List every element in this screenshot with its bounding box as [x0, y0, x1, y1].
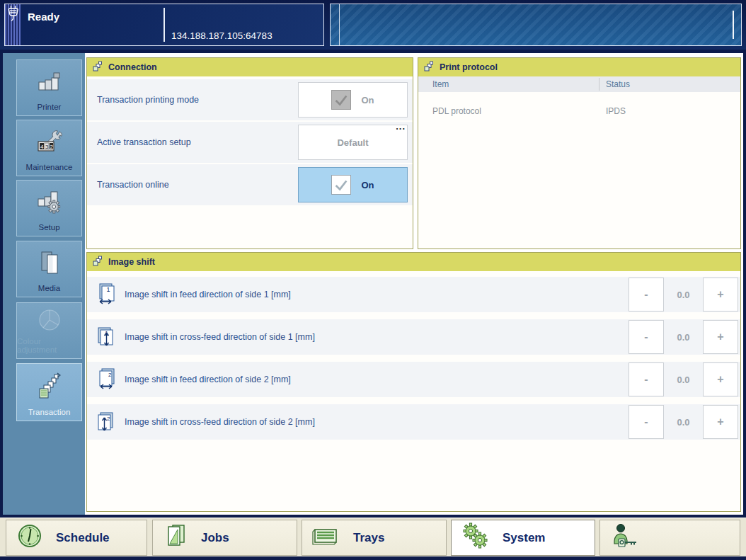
decrease-button[interactable]: -: [629, 405, 664, 439]
protocol-item: PDL protocol: [432, 106, 481, 116]
printer-icon: [17, 60, 81, 103]
sidebar-item-colour-adjustment: Colour adjustment: [16, 302, 82, 359]
sidebar-item-label: Transaction: [28, 408, 71, 416]
image-shift-panel: Image shift 1 Image shift in feed direct…: [86, 252, 741, 512]
transaction-icon: [17, 364, 81, 408]
feed-direction-side1-icon: 1: [97, 282, 116, 307]
settings-sidebar: Printer 4 3 2 Maintenance: [3, 53, 85, 515]
table-row: PDL protocol IPDS: [418, 92, 740, 123]
clock-icon: [16, 522, 43, 553]
increase-button[interactable]: +: [703, 405, 738, 439]
sidebar-item-media[interactable]: Media: [16, 241, 82, 297]
tab-label: Schedule: [56, 531, 110, 545]
print-protocol-panel-header: Print protocol: [418, 58, 740, 76]
tab-label: Jobs: [201, 531, 229, 545]
column-header-item: Item: [432, 79, 449, 89]
increase-button[interactable]: +: [703, 362, 738, 396]
more-options-icon: ...: [396, 121, 406, 132]
tab-label: Trays: [353, 531, 384, 545]
setting-label: Transaction printing mode: [97, 95, 199, 105]
image-shift-row-feed-side1: 1 Image shift in feed direction of side …: [87, 277, 740, 312]
image-shift-rows: 1 Image shift in feed direction of side …: [87, 271, 740, 440]
image-shift-value: 0.0: [664, 290, 703, 300]
power-plug-icon: [6, 4, 20, 45]
svg-text:2: 2: [50, 144, 53, 150]
gears-icon: [461, 522, 490, 554]
setting-row-active-transaction-setup: Active transaction setup ... Default: [87, 122, 413, 163]
panel-group-icon: [93, 256, 103, 268]
tray-icon: [312, 524, 340, 552]
media-sheets-icon: [17, 241, 81, 284]
tab-schedule[interactable]: Schedule: [6, 520, 147, 556]
increase-button[interactable]: +: [703, 320, 738, 354]
image-shift-label: Image shift in cross-feed direction of s…: [125, 332, 315, 342]
decrease-button[interactable]: -: [629, 320, 664, 354]
image-shift-label: Image shift in feed direction of side 2 …: [125, 375, 291, 384]
cross-feed-direction-side1-icon: 1: [97, 324, 116, 350]
tab-label: System: [503, 531, 545, 545]
connection-panel-header: Connection: [87, 58, 413, 76]
panel-group-icon: [424, 61, 435, 74]
status-stripe-band: [5, 4, 21, 45]
printer-address: 134.188.187.105:64783: [171, 30, 272, 41]
svg-text:2: 2: [108, 372, 112, 378]
image-shift-row-crossfeed-side1: 1 Image shift in cross-feed direction of…: [87, 319, 740, 355]
sidebar-item-label: Colour adjustment: [17, 337, 81, 354]
sidebar-item-printer[interactable]: Printer: [16, 59, 82, 116]
transaction-online-toggle[interactable]: On: [298, 167, 408, 202]
sidebar-item-label: Maintenance: [26, 163, 73, 171]
increase-button[interactable]: +: [703, 278, 738, 312]
tab-trays[interactable]: Trays: [302, 520, 447, 556]
message-area-box: [330, 4, 742, 46]
column-divider: [599, 78, 599, 91]
toggle-value: On: [361, 180, 374, 190]
svg-text:1: 1: [107, 286, 110, 293]
status-divider: [163, 8, 165, 42]
operator-key-icon: [610, 522, 641, 554]
active-transaction-setup-button[interactable]: ... Default: [298, 125, 408, 160]
sidebar-item-setup[interactable]: Setup: [16, 180, 82, 236]
main-content: Connection Transaction printing mode On …: [85, 53, 743, 515]
image-shift-value: 0.0: [664, 332, 703, 343]
printer-status-box: Ready 134.188.187.105:64783: [4, 4, 324, 46]
image-shift-value: 0.0: [664, 417, 703, 428]
svg-text:3: 3: [45, 144, 49, 150]
bottom-tab-bar: Schedule Jobs Trays: [0, 518, 746, 556]
setting-label: Active transaction setup: [97, 137, 191, 147]
image-shift-row-crossfeed-side2: 2 Image shift in cross-feed direction of…: [87, 404, 740, 440]
message-area-separator: [339, 4, 340, 45]
image-shift-label: Image shift in cross-feed direction of s…: [125, 417, 315, 427]
protocol-table-header: Item Status: [418, 76, 740, 92]
sidebar-item-transaction[interactable]: Transaction: [16, 363, 82, 421]
setting-row-transaction-printing-mode: Transaction printing mode On: [87, 79, 413, 120]
colour-wheel-icon: [17, 303, 81, 337]
svg-text:2: 2: [107, 416, 110, 422]
print-protocol-panel: Print protocol Item Status PDL protocol …: [418, 57, 741, 249]
printer-status-text: Ready: [28, 11, 59, 23]
decrease-button[interactable]: -: [629, 278, 664, 312]
tab-jobs[interactable]: Jobs: [152, 520, 297, 556]
tab-operator-login[interactable]: [599, 520, 740, 556]
decrease-button[interactable]: -: [629, 362, 664, 396]
toggle-value: On: [361, 95, 374, 105]
panel-group-icon: [93, 61, 103, 74]
sidebar-item-maintenance[interactable]: 4 3 2 Maintenance: [16, 120, 82, 176]
image-shift-row-feed-side2: 2 Image shift in feed direction of side …: [87, 362, 740, 397]
feed-direction-side2-icon: 2: [97, 367, 116, 392]
protocol-status: IPDS: [606, 106, 626, 116]
setting-label: Transaction online: [97, 180, 169, 190]
top-status-bar: Ready 134.188.187.105:64783: [0, 0, 746, 50]
transaction-printing-mode-toggle: On: [298, 82, 408, 118]
boxes-gear-icon: [17, 181, 81, 223]
checkbox-checked-disabled-icon: [331, 90, 351, 110]
message-area-cursor: [733, 11, 734, 39]
counter-wrench-icon: 4 3 2: [17, 120, 81, 163]
svg-text:4: 4: [40, 144, 44, 150]
cross-feed-direction-side2-icon: 2: [97, 409, 116, 435]
image-shift-label: Image shift in feed direction of side 1 …: [125, 290, 291, 299]
image-shift-panel-header: Image shift: [87, 253, 740, 271]
panel-title: Image shift: [108, 257, 155, 267]
sidebar-item-label: Printer: [38, 103, 62, 111]
tab-system[interactable]: System: [451, 520, 595, 556]
sidebar-item-label: Setup: [38, 223, 59, 232]
